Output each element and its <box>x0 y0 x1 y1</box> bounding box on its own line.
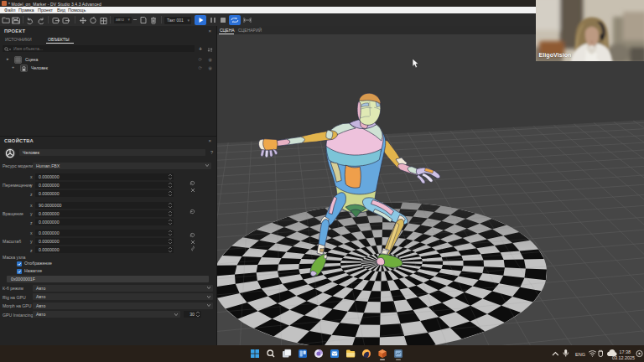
svg-text:EligoVision: EligoVision <box>539 51 572 59</box>
svg-text:ENG: ENG <box>575 352 585 357</box>
svg-text:17:38: 17:38 <box>620 349 631 354</box>
svg-text:03.12.2025: 03.12.2025 <box>612 355 635 360</box>
